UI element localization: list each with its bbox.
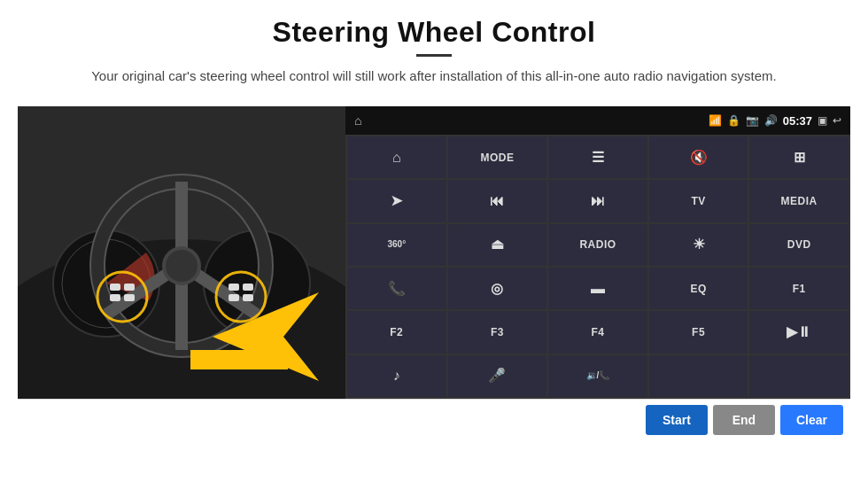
btn-media[interactable]: MEDIA xyxy=(749,180,849,222)
button-grid: ⌂ MODE ☰ 🔇 ⊞ ➤ ⏮ ⏭ TV MEDIA 360° ⏏ RADIO… xyxy=(345,135,850,399)
btn-brightness[interactable]: ☀ xyxy=(649,224,748,266)
btn-f1[interactable]: F1 xyxy=(749,268,849,309)
page-title: Steering Wheel Control xyxy=(91,16,777,49)
btn-prev[interactable]: ⏮ xyxy=(448,180,547,222)
subtitle: Your original car's steering wheel contr… xyxy=(91,66,777,87)
btn-playpause[interactable]: ▶⏸ xyxy=(749,311,849,353)
svg-rect-22 xyxy=(243,294,253,301)
btn-eject[interactable]: ⏏ xyxy=(448,224,547,266)
start-button[interactable]: Start xyxy=(646,405,708,435)
btn-f2[interactable]: F2 xyxy=(347,311,446,353)
btn-volphone[interactable]: 🔉/📞 xyxy=(548,355,647,397)
btn-phone[interactable]: 📞 xyxy=(347,268,446,309)
btn-mode[interactable]: MODE xyxy=(448,136,547,178)
clear-button[interactable]: Clear xyxy=(780,405,843,435)
btn-radio[interactable]: RADIO xyxy=(548,224,647,266)
time-display: 05:37 xyxy=(783,114,812,128)
screen-icon: ▣ xyxy=(818,114,827,127)
btn-empty2 xyxy=(749,355,849,397)
back-icon: ↩ xyxy=(833,114,841,127)
control-panel: ⌂ 📶 🔒 📷 🔊 05:37 ▣ ↩ ⌂ MODE ☰ 🔇 xyxy=(345,106,850,399)
btn-f4[interactable]: F4 xyxy=(548,311,647,353)
btn-f3[interactable]: F3 xyxy=(448,311,547,353)
btn-mute[interactable]: 🔇 xyxy=(649,136,748,178)
svg-rect-15 xyxy=(110,284,120,291)
btn-360cam[interactable]: 360° xyxy=(347,224,446,266)
title-section: Steering Wheel Control Your original car… xyxy=(91,16,777,87)
btn-home[interactable]: ⌂ xyxy=(347,136,446,178)
bottom-bar: Start End Clear xyxy=(18,399,850,439)
bluetooth-icon: 🔊 xyxy=(764,114,778,127)
btn-f5[interactable]: F5 xyxy=(649,311,748,353)
btn-browse[interactable]: ◎ xyxy=(448,268,547,309)
steering-wheel-svg xyxy=(18,106,345,399)
svg-rect-18 xyxy=(124,294,135,301)
btn-navi[interactable]: ➤ xyxy=(347,180,446,222)
svg-rect-21 xyxy=(229,294,239,301)
content-row: ⌂ 📶 🔒 📷 🔊 05:37 ▣ ↩ ⌂ MODE ☰ 🔇 xyxy=(18,106,850,399)
btn-empty1 xyxy=(649,355,748,397)
btn-mic[interactable]: 🎤 xyxy=(448,355,547,397)
svg-point-12 xyxy=(166,250,198,282)
page-container: Steering Wheel Control Your original car… xyxy=(0,0,868,482)
svg-rect-24 xyxy=(190,350,288,369)
panel-top-bar: ⌂ 📶 🔒 📷 🔊 05:37 ▣ ↩ xyxy=(345,106,850,135)
btn-dvd[interactable]: DVD xyxy=(749,224,849,266)
btn-apps[interactable]: ⊞ xyxy=(749,136,849,178)
home-status-icon: ⌂ xyxy=(354,113,361,128)
left-status-icons: ⌂ xyxy=(354,113,361,128)
svg-rect-20 xyxy=(243,284,253,291)
svg-rect-19 xyxy=(229,284,239,291)
btn-list[interactable]: ☰ xyxy=(548,136,647,178)
right-status-icons: 📶 🔒 📷 🔊 05:37 ▣ ↩ xyxy=(709,114,841,128)
btn-next[interactable]: ⏭ xyxy=(548,180,647,222)
btn-aspect[interactable]: ▬ xyxy=(548,268,647,309)
title-divider xyxy=(416,54,452,57)
svg-rect-16 xyxy=(124,284,135,291)
sd-icon: 📷 xyxy=(746,114,759,127)
btn-music[interactable]: ♪ xyxy=(347,355,446,397)
btn-tv[interactable]: TV xyxy=(649,180,748,222)
lock-icon: 🔒 xyxy=(727,114,740,127)
end-button[interactable]: End xyxy=(713,405,775,435)
wifi-icon: 📶 xyxy=(709,114,722,127)
btn-eq[interactable]: EQ xyxy=(649,268,748,309)
steering-wheel-image xyxy=(18,106,345,399)
svg-rect-17 xyxy=(110,294,120,301)
